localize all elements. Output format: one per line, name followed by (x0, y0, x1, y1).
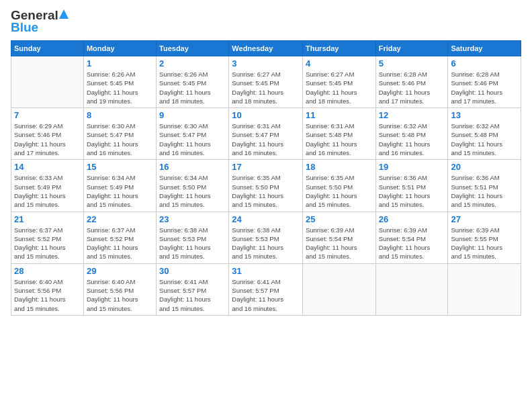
calendar-cell (448, 263, 521, 315)
day-number: 27 (451, 214, 518, 224)
calendar-cell: 16Sunrise: 6:34 AM Sunset: 5:50 PM Dayli… (157, 160, 229, 212)
day-number: 1 (87, 58, 153, 68)
calendar-cell: 19Sunrise: 6:36 AM Sunset: 5:51 PM Dayli… (375, 160, 448, 212)
day-number: 30 (159, 266, 226, 276)
day-info: Sunrise: 6:34 AM Sunset: 5:49 PM Dayligh… (87, 173, 153, 209)
day-number: 5 (379, 58, 445, 68)
day-info: Sunrise: 6:40 AM Sunset: 5:56 PM Dayligh… (14, 277, 81, 313)
day-info: Sunrise: 6:26 AM Sunset: 5:45 PM Dayligh… (87, 70, 153, 105)
col-header-sunday: Sunday (11, 41, 84, 56)
day-info: Sunrise: 6:40 AM Sunset: 5:56 PM Dayligh… (87, 277, 153, 313)
day-info: Sunrise: 6:27 AM Sunset: 5:45 PM Dayligh… (306, 70, 373, 105)
day-number: 9 (159, 110, 226, 120)
day-number: 8 (87, 110, 153, 120)
calendar-cell: 31Sunrise: 6:41 AM Sunset: 5:57 PM Dayli… (229, 263, 303, 315)
day-info: Sunrise: 6:29 AM Sunset: 5:46 PM Dayligh… (14, 122, 81, 157)
day-number: 7 (14, 110, 81, 120)
day-info: Sunrise: 6:26 AM Sunset: 5:45 PM Dayligh… (159, 70, 226, 105)
calendar-cell (302, 263, 375, 315)
day-info: Sunrise: 6:32 AM Sunset: 5:48 PM Dayligh… (379, 122, 445, 157)
calendar-cell: 23Sunrise: 6:38 AM Sunset: 5:53 PM Dayli… (157, 212, 229, 263)
calendar-cell: 8Sunrise: 6:30 AM Sunset: 5:47 PM Daylig… (83, 108, 156, 160)
calendar-cell: 13Sunrise: 6:32 AM Sunset: 5:48 PM Dayli… (448, 108, 521, 160)
col-header-friday: Friday (375, 41, 448, 56)
day-info: Sunrise: 6:30 AM Sunset: 5:47 PM Dayligh… (159, 122, 226, 157)
day-info: Sunrise: 6:38 AM Sunset: 5:53 PM Dayligh… (232, 226, 300, 261)
logo-triangle-icon (59, 9, 69, 19)
calendar-cell: 2Sunrise: 6:26 AM Sunset: 5:45 PM Daylig… (157, 56, 229, 108)
day-number: 31 (232, 266, 300, 276)
day-number: 25 (306, 214, 373, 224)
day-number: 12 (379, 110, 445, 120)
day-info: Sunrise: 6:36 AM Sunset: 5:51 PM Dayligh… (379, 173, 445, 209)
calendar-cell: 11Sunrise: 6:31 AM Sunset: 5:48 PM Dayli… (302, 108, 375, 160)
col-header-thursday: Thursday (302, 41, 375, 56)
day-number: 20 (451, 162, 518, 172)
day-info: Sunrise: 6:37 AM Sunset: 5:52 PM Dayligh… (14, 226, 81, 261)
day-number: 18 (306, 162, 373, 172)
svg-marker-0 (59, 9, 69, 19)
day-info: Sunrise: 6:28 AM Sunset: 5:46 PM Dayligh… (379, 70, 445, 105)
day-info: Sunrise: 6:28 AM Sunset: 5:46 PM Dayligh… (451, 70, 518, 105)
calendar-week-row: 28Sunrise: 6:40 AM Sunset: 5:56 PM Dayli… (11, 263, 521, 315)
day-info: Sunrise: 6:41 AM Sunset: 5:57 PM Dayligh… (159, 277, 226, 313)
day-number: 21 (14, 214, 81, 224)
calendar-cell: 22Sunrise: 6:37 AM Sunset: 5:52 PM Dayli… (83, 212, 156, 263)
calendar-header-row: SundayMondayTuesdayWednesdayThursdayFrid… (11, 41, 521, 56)
day-number: 16 (159, 162, 226, 172)
day-number: 26 (379, 214, 445, 224)
day-number: 3 (232, 58, 300, 68)
day-info: Sunrise: 6:33 AM Sunset: 5:49 PM Dayligh… (14, 173, 81, 209)
calendar-cell: 25Sunrise: 6:39 AM Sunset: 5:54 PM Dayli… (302, 212, 375, 263)
calendar-cell: 17Sunrise: 6:35 AM Sunset: 5:50 PM Dayli… (229, 160, 303, 212)
col-header-monday: Monday (83, 41, 156, 56)
calendar-cell: 27Sunrise: 6:39 AM Sunset: 5:55 PM Dayli… (448, 212, 521, 263)
calendar-cell: 29Sunrise: 6:40 AM Sunset: 5:56 PM Dayli… (83, 263, 156, 315)
calendar-cell: 18Sunrise: 6:35 AM Sunset: 5:50 PM Dayli… (302, 160, 375, 212)
calendar-cell: 9Sunrise: 6:30 AM Sunset: 5:47 PM Daylig… (157, 108, 229, 160)
calendar-cell: 15Sunrise: 6:34 AM Sunset: 5:49 PM Dayli… (83, 160, 156, 212)
calendar-cell: 28Sunrise: 6:40 AM Sunset: 5:56 PM Dayli… (11, 263, 84, 315)
day-number: 11 (306, 110, 373, 120)
day-number: 13 (451, 110, 518, 120)
calendar-cell: 6Sunrise: 6:28 AM Sunset: 5:46 PM Daylig… (448, 56, 521, 108)
day-info: Sunrise: 6:35 AM Sunset: 5:50 PM Dayligh… (232, 173, 300, 209)
calendar-cell: 10Sunrise: 6:31 AM Sunset: 5:47 PM Dayli… (229, 108, 303, 160)
day-info: Sunrise: 6:39 AM Sunset: 5:55 PM Dayligh… (451, 226, 518, 261)
calendar-cell: 21Sunrise: 6:37 AM Sunset: 5:52 PM Dayli… (11, 212, 84, 263)
calendar-cell: 5Sunrise: 6:28 AM Sunset: 5:46 PM Daylig… (375, 56, 448, 108)
day-number: 4 (306, 58, 373, 68)
calendar-cell: 14Sunrise: 6:33 AM Sunset: 5:49 PM Dayli… (11, 160, 84, 212)
day-info: Sunrise: 6:39 AM Sunset: 5:54 PM Dayligh… (379, 226, 445, 261)
day-number: 15 (87, 162, 153, 172)
day-number: 2 (159, 58, 226, 68)
logo-blue: Blue (11, 20, 38, 35)
day-info: Sunrise: 6:31 AM Sunset: 5:48 PM Dayligh… (306, 122, 373, 157)
day-info: Sunrise: 6:41 AM Sunset: 5:57 PM Dayligh… (232, 277, 300, 313)
calendar-week-row: 14Sunrise: 6:33 AM Sunset: 5:49 PM Dayli… (11, 160, 521, 212)
day-number: 24 (232, 214, 300, 224)
calendar-cell: 12Sunrise: 6:32 AM Sunset: 5:48 PM Dayli… (375, 108, 448, 160)
calendar-cell: 30Sunrise: 6:41 AM Sunset: 5:57 PM Dayli… (157, 263, 229, 315)
calendar-cell: 1Sunrise: 6:26 AM Sunset: 5:45 PM Daylig… (83, 56, 156, 108)
calendar-week-row: 1Sunrise: 6:26 AM Sunset: 5:45 PM Daylig… (11, 56, 521, 108)
day-number: 10 (232, 110, 300, 120)
page: General Blue SundayMondayTuesdayWednesda… (0, 0, 532, 411)
day-info: Sunrise: 6:34 AM Sunset: 5:50 PM Dayligh… (159, 173, 226, 209)
calendar-cell: 20Sunrise: 6:36 AM Sunset: 5:51 PM Dayli… (448, 160, 521, 212)
day-info: Sunrise: 6:39 AM Sunset: 5:54 PM Dayligh… (306, 226, 373, 261)
calendar-cell: 7Sunrise: 6:29 AM Sunset: 5:46 PM Daylig… (11, 108, 84, 160)
day-info: Sunrise: 6:27 AM Sunset: 5:45 PM Dayligh… (232, 70, 300, 105)
day-info: Sunrise: 6:37 AM Sunset: 5:52 PM Dayligh… (87, 226, 153, 261)
calendar-cell: 26Sunrise: 6:39 AM Sunset: 5:54 PM Dayli… (375, 212, 448, 263)
day-number: 19 (379, 162, 445, 172)
calendar-week-row: 7Sunrise: 6:29 AM Sunset: 5:46 PM Daylig… (11, 108, 521, 160)
day-number: 23 (159, 214, 226, 224)
calendar-week-row: 21Sunrise: 6:37 AM Sunset: 5:52 PM Dayli… (11, 212, 521, 263)
day-number: 29 (87, 266, 153, 276)
day-info: Sunrise: 6:31 AM Sunset: 5:47 PM Dayligh… (232, 122, 300, 157)
day-number: 28 (14, 266, 81, 276)
logo: General Blue (11, 8, 69, 35)
day-number: 22 (87, 214, 153, 224)
day-number: 17 (232, 162, 300, 172)
